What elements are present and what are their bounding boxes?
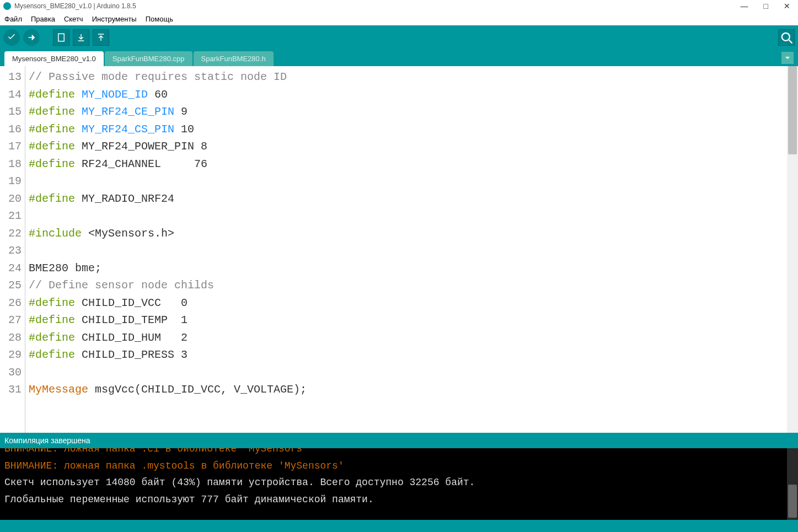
verify-button[interactable] [3,29,20,46]
console-scrollbar-thumb[interactable] [788,485,797,518]
tab-h[interactable]: SparkFunBME280.h [194,51,274,66]
tab-bar: Mysensors_BME280_v1.0 SparkFunBME280.cpp… [0,50,798,66]
tab-menu-button[interactable] [781,52,794,64]
line-gutter: 13141516171819202122232425262728293031 [0,66,25,433]
svg-point-1 [782,33,790,41]
menu-edit[interactable]: Правка [29,15,57,23]
code-editor[interactable]: 13141516171819202122232425262728293031 /… [0,66,798,433]
bottom-bar [0,520,798,532]
window-title: Mysensors_BME280_v1.0 | Arduino 1.8.5 [14,2,136,10]
upload-button[interactable] [23,29,40,46]
app-icon [3,2,11,10]
svg-rect-0 [58,34,65,41]
editor-scrollbar[interactable] [787,66,798,433]
save-button[interactable] [93,29,109,46]
close-button[interactable]: ✕ [784,2,790,10]
status-text: Компиляция завершена [4,436,90,445]
status-bar: Компиляция завершена [0,433,798,448]
window-controls: — □ ✕ [741,2,795,10]
menu-sketch[interactable]: Скетч [62,15,85,23]
tab-main[interactable]: Mysensors_BME280_v1.0 [4,51,104,66]
maximize-button[interactable]: □ [764,2,768,10]
code-area[interactable]: // Passive mode requires static node ID#… [25,66,798,433]
menu-bar: Файл Правка Скетч Инструменты Помощь [0,12,798,25]
tab-cpp[interactable]: SparkFunBME280.cpp [105,51,192,66]
menu-help[interactable]: Помощь [143,15,175,23]
menu-tools[interactable]: Инструменты [90,15,139,23]
output-console[interactable]: ВНИМАНИЕ: ложная папка .ci в библиотеке … [0,448,798,520]
toolbar [0,25,798,50]
title-bar: Mysensors_BME280_v1.0 | Arduino 1.8.5 — … [0,0,798,12]
scrollbar-thumb[interactable] [788,66,797,154]
menu-file[interactable]: Файл [2,15,24,23]
minimize-button[interactable]: — [741,2,748,10]
serial-monitor-button[interactable] [778,29,795,46]
open-button[interactable] [73,29,89,46]
new-button[interactable] [53,29,69,46]
console-scrollbar[interactable] [787,448,798,520]
